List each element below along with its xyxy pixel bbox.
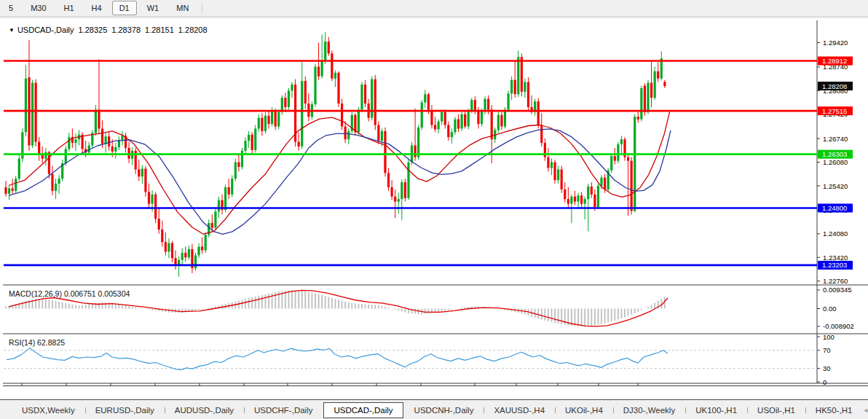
quote-close: 1.28208 (178, 26, 208, 34)
svg-text:1.23203: 1.23203 (822, 261, 847, 269)
svg-text:0: 0 (823, 378, 826, 385)
svg-text:1.29420: 1.29420 (823, 39, 848, 47)
svg-text:1.28208: 1.28208 (822, 82, 847, 90)
svg-text:0.00: 0.00 (823, 305, 837, 313)
macd-value: 0.006751 (64, 289, 96, 298)
svg-text:1.26303: 1.26303 (822, 150, 847, 158)
rsi-indicator-label: RSI(14) 62.8825 (9, 338, 65, 347)
chart-tab-uk100-h1[interactable]: UK100-,H1 (685, 403, 747, 418)
price-tag: 1.28208 (818, 82, 853, 90)
price-tag: 1.28912 (818, 57, 853, 66)
svg-text:1.22760: 1.22760 (823, 277, 848, 285)
timeframe-button-m30[interactable]: M30 (23, 1, 53, 15)
chart-tab-hk50-h1[interactable]: HK50-,H1 (805, 403, 863, 418)
macd-indicator-label: MACD(12,26,9) 0.006751 0.005304 (9, 289, 130, 298)
timeframe-button-5[interactable]: 5 (1, 1, 20, 15)
quote-high: 1.28378 (111, 26, 141, 34)
svg-text:1.24080: 1.24080 (823, 230, 848, 238)
price-tag: 1.27515 (818, 106, 853, 115)
chart-tab-usdcad-daily[interactable]: USDCAD-,Daily (323, 402, 403, 418)
chart-tab-ukoil-h4[interactable]: UKOil-,H4 (555, 403, 613, 418)
macd-signal-value: 0.005304 (98, 289, 130, 298)
mt4-terminal: 5M30H1H4D1W1MN 100703000.0093450.00-0.00… (0, 0, 868, 419)
chart-tab-xauusd-h4[interactable]: XAUUSD-,H4 (484, 403, 555, 418)
toolbar-separator (202, 2, 202, 14)
price-tag: 1.26303 (818, 150, 853, 159)
timeframe-button-d1[interactable]: D1 (112, 1, 137, 15)
chart-tab-usdx-weekly[interactable]: USDX,Weekly (12, 403, 85, 418)
chart-title: ▼USDCAD-,Daily1.283251.283781.281511.282… (9, 26, 208, 34)
chart-tab-usoil-h1[interactable]: USOil-,H1 (747, 403, 805, 418)
quote-low: 1.28151 (145, 26, 174, 34)
svg-text:1.26080: 1.26080 (823, 158, 848, 166)
chart-tab-bar: USDX,WeeklyEURUSD-,DailyAUDUSD-,DailyUSD… (0, 399, 868, 419)
symbol-dropdown-icon[interactable]: ▼ (9, 27, 15, 34)
svg-text:1.26740: 1.26740 (823, 135, 848, 143)
price-tag: 1.23203 (818, 261, 853, 270)
chart-window[interactable]: 100703000.0093450.00-0.0089021.294201.28… (3, 20, 868, 386)
price-chart-svg[interactable]: 100703000.0093450.00-0.0089021.294201.28… (3, 20, 868, 385)
chart-tab-usdcnh-daily[interactable]: USDCNH-,Daily (404, 403, 484, 418)
rsi-value: 62.8825 (37, 338, 65, 347)
tab-scroll-controls: ◄ ► (862, 407, 868, 414)
svg-text:0.009345: 0.009345 (823, 286, 852, 294)
svg-text:1.25420: 1.25420 (823, 182, 848, 190)
svg-text:100: 100 (823, 333, 835, 341)
svg-text:1.28912: 1.28912 (822, 57, 847, 65)
price-tag: 1.24800 (818, 203, 853, 212)
chart-tab-usdchf-daily[interactable]: USDCHF-,Daily (244, 403, 323, 418)
svg-text:-0.008902: -0.008902 (823, 322, 854, 330)
quote-open: 1.28325 (79, 26, 108, 34)
svg-text:1.23420: 1.23420 (823, 254, 848, 262)
chart-tab-strip: USDX,WeeklyEURUSD-,DailyAUDUSD-,DailyUSD… (12, 400, 862, 419)
chart-symbol-label: USDCAD-,Daily (17, 26, 74, 34)
timeframe-button-mn[interactable]: MN (169, 1, 196, 15)
chart-tab-audusd-daily[interactable]: AUDUSD-,Daily (165, 403, 244, 418)
svg-text:70: 70 (823, 346, 831, 354)
tab-scroll-left-icon[interactable]: ◄ (862, 407, 868, 414)
timeframe-button-w1[interactable]: W1 (140, 1, 167, 15)
timeframe-button-h1[interactable]: H1 (57, 1, 82, 15)
timeframe-toolbar: 5M30H1H4D1W1MN (0, 0, 868, 17)
svg-text:1.24800: 1.24800 (822, 204, 847, 212)
chart-tab-dj30-weekly[interactable]: DJ30-,Weekly (613, 403, 685, 418)
svg-text:30: 30 (823, 364, 831, 372)
chart-tab-eurusd-daily[interactable]: EURUSD-,Daily (85, 403, 165, 418)
svg-text:1.27515: 1.27515 (822, 107, 847, 115)
timeframe-button-h4[interactable]: H4 (84, 1, 109, 15)
